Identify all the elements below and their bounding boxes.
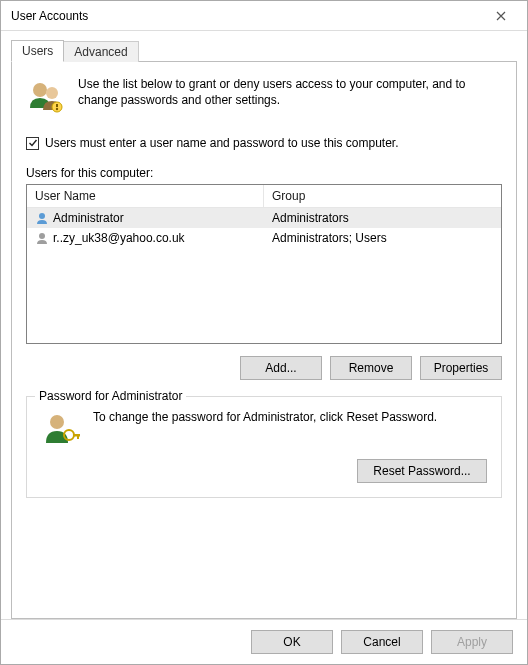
- add-button[interactable]: Add...: [240, 356, 322, 380]
- user-icon: [35, 211, 49, 225]
- list-buttons-row: Add... Remove Properties: [26, 356, 502, 380]
- user-icon: [35, 231, 49, 245]
- require-login-checkbox[interactable]: [26, 137, 39, 150]
- password-groupbox: Password for Administrator To change the…: [26, 396, 502, 498]
- user-accounts-dialog: User Accounts Users Advanced: [0, 0, 528, 665]
- intro-text: Use the list below to grant or deny user…: [78, 76, 502, 116]
- svg-point-4: [56, 108, 58, 110]
- svg-point-6: [39, 233, 45, 239]
- close-button[interactable]: [481, 2, 521, 30]
- table-row[interactable]: Administrator Administrators: [27, 208, 501, 228]
- ok-button[interactable]: OK: [251, 630, 333, 654]
- cell-group: Administrators: [272, 211, 349, 225]
- users-icon: [26, 76, 66, 116]
- reset-password-button[interactable]: Reset Password...: [357, 459, 487, 483]
- cell-user-name: r..zy_uk38@yahoo.co.uk: [53, 231, 185, 245]
- cancel-button[interactable]: Cancel: [341, 630, 423, 654]
- users-listview[interactable]: User Name Group Administrator Administra…: [26, 184, 502, 344]
- svg-rect-3: [56, 104, 58, 107]
- cell-user-name: Administrator: [53, 211, 124, 225]
- dialog-footer: OK Cancel Apply: [1, 619, 527, 664]
- tab-advanced[interactable]: Advanced: [63, 41, 138, 62]
- require-login-label: Users must enter a user name and passwor…: [45, 136, 399, 150]
- svg-point-0: [33, 83, 47, 97]
- cell-group: Administrators; Users: [272, 231, 387, 245]
- password-group-text: To change the password for Administrator…: [93, 409, 437, 425]
- apply-button[interactable]: Apply: [431, 630, 513, 654]
- dialog-body: Users Advanced Use the list below to: [1, 31, 527, 619]
- tab-panel-users: Use the list below to grant or deny user…: [11, 61, 517, 619]
- password-group-title: Password for Administrator: [35, 389, 186, 403]
- svg-point-1: [46, 87, 58, 99]
- tab-users[interactable]: Users: [11, 40, 64, 62]
- check-icon: [28, 138, 38, 148]
- user-key-icon: [41, 409, 81, 449]
- svg-rect-10: [77, 434, 79, 439]
- table-row[interactable]: r..zy_uk38@yahoo.co.uk Administrators; U…: [27, 228, 501, 248]
- svg-point-7: [50, 415, 64, 429]
- window-title: User Accounts: [11, 9, 88, 23]
- tabstrip: Users Advanced: [11, 40, 517, 62]
- remove-button[interactable]: Remove: [330, 356, 412, 380]
- users-list-label: Users for this computer:: [26, 166, 502, 180]
- require-login-row[interactable]: Users must enter a user name and passwor…: [26, 136, 502, 150]
- column-user-name[interactable]: User Name: [27, 185, 264, 207]
- column-group[interactable]: Group: [264, 185, 501, 207]
- properties-button[interactable]: Properties: [420, 356, 502, 380]
- intro-row: Use the list below to grant or deny user…: [26, 76, 502, 116]
- listview-header: User Name Group: [27, 185, 501, 208]
- titlebar: User Accounts: [1, 1, 527, 31]
- svg-point-5: [39, 213, 45, 219]
- close-icon: [496, 11, 506, 21]
